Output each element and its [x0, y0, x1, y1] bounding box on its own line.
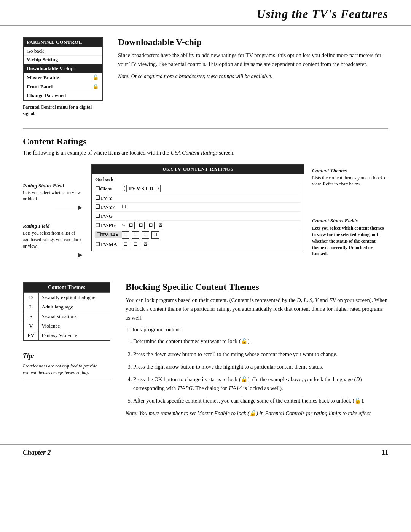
usa-row-tvy7[interactable]: ☐TV-Y7 ☐: [95, 203, 301, 212]
content-ratings-heading: Content Ratings: [23, 136, 388, 147]
content-themes-right-title: Content Themes: [312, 168, 388, 174]
front-panel-label: Front Panel: [27, 84, 53, 90]
page-number: 11: [382, 449, 388, 457]
clear-content: ⟨ FV V S L D ⟩: [122, 185, 161, 192]
tip-section: Tip: Broadcasters are not required to pr…: [23, 352, 110, 380]
desc-v: Violence: [38, 321, 110, 331]
tvy7-label: ☐TV-Y7: [95, 204, 122, 210]
tvy7-icon: ☐: [122, 204, 126, 210]
content-ratings-section: Content Ratings The following is an exam…: [23, 136, 388, 270]
tvpg-d4: ☒: [157, 222, 164, 229]
tvma-label: ☐TV-MA: [95, 241, 122, 248]
tvpg-label: ☐TV-PG: [95, 222, 122, 228]
rating-field-label-group: Rating Field Lets you select from a list…: [23, 223, 84, 259]
tvpg-d3: ☐: [147, 222, 155, 229]
tv14-d3: ☐: [142, 231, 149, 239]
tvpg-content: ↪ ☐ ☐ ☐ ☒: [122, 222, 164, 229]
ct-title-row: Content Themes: [23, 282, 110, 293]
page-footer: Chapter 2 11: [0, 444, 411, 460]
menu-title: PARENTAL CONTROL: [24, 38, 102, 47]
rating-status-label-group: Rating Status Field Lets you select whet…: [23, 183, 84, 212]
menu-item-frontpanel[interactable]: Front Panel 🔒: [24, 82, 102, 91]
left-labels: Rating Status Field Lets you select whet…: [23, 164, 84, 270]
desc-s: Sexual situations: [38, 312, 110, 321]
menu-item-goback[interactable]: Go back: [24, 47, 102, 56]
blocking-para-to-lock: To lock program content:: [126, 325, 388, 334]
menu-item-downloadable[interactable]: Downloadable V-chip: [24, 64, 102, 73]
goback-label: Go back: [95, 176, 122, 182]
tip-title: Tip:: [23, 352, 110, 360]
usa-row-tvg[interactable]: ☐TV-G: [95, 212, 301, 221]
section-divider-1: [23, 128, 388, 129]
desc-l: Adult language: [38, 302, 110, 312]
usa-box-body: Go back ☐Clear ⟨ FV V S L D ⟩: [92, 174, 304, 251]
rating-status-title: Rating Status Field: [23, 183, 84, 189]
step-3: Press the right arrow button to move the…: [133, 363, 388, 371]
tvpg-d1: ☐: [127, 222, 135, 229]
step-1: Determine the content themes you want to…: [133, 337, 388, 346]
menu-item-master[interactable]: Master Enable 🔓: [24, 73, 102, 82]
usa-box-inner: USA TV CONTENT RATINGS Go back ☐Clear ⟨ …: [91, 164, 304, 251]
content-themes-table: Content Themes D Sexually explicit dialo…: [23, 282, 110, 341]
usa-ratings-box: USA TV CONTENT RATINGS Go back ☐Clear ⟨ …: [91, 164, 304, 251]
desc-d: Sexually explicit dialogue: [38, 292, 110, 302]
table-row: L Adult language: [23, 302, 110, 312]
table-row: V Violence: [23, 321, 110, 331]
menu-box-inner: PARENTAL CONTROL Go back V-chip Setting …: [23, 37, 103, 101]
usa-row-tvpg[interactable]: ☐TV-PG ↪ ☐ ☐ ☐ ☒: [95, 221, 301, 230]
master-enable-icon: 🔓: [92, 74, 99, 81]
clear-label: ☐Clear: [95, 185, 122, 192]
chapter-label: Chapter 2: [23, 449, 51, 457]
content-themes-label-group: Content Themes Lists the content themes …: [312, 168, 388, 188]
tip-text: Broadcasters are not required to provide…: [23, 363, 110, 376]
tvpg-d2: ☐: [137, 222, 145, 229]
front-panel-icon: 🔒: [92, 83, 99, 90]
vchip-section: Downloadable V-chip Since broadcasters h…: [118, 37, 388, 117]
blocking-steps: Determine the content themes you want to…: [126, 337, 388, 405]
tvma-d1: ☐: [122, 241, 129, 248]
tv14-d2: ☐: [132, 231, 139, 239]
content-status-desc: Lets you select which content themes to …: [312, 225, 388, 257]
fv-label: FV V S L D: [129, 185, 153, 192]
step-2: Press the down arrow button to scroll to…: [133, 350, 388, 359]
content-ratings-intro: The following is an example of where ite…: [23, 150, 388, 156]
right-labels: Content Themes Lists the content themes …: [312, 164, 388, 265]
tvg-label: ☐TV-G: [95, 213, 122, 219]
angle-left: ⟨: [122, 185, 127, 192]
usa-row-tvma[interactable]: ☐TV-MA ☐ ☐ ☒: [95, 240, 301, 249]
master-enable-label: Master Enable: [27, 75, 59, 81]
tvy7-content: ☐: [122, 204, 126, 210]
usa-row-clear[interactable]: ☐Clear ⟨ FV V S L D ⟩: [95, 184, 301, 193]
vchip-heading: Downloadable V-chip: [118, 37, 388, 47]
code-d: D: [23, 292, 38, 302]
rating-field-desc: Lets you select from a list of age-based…: [23, 230, 84, 249]
tv14-d4: ☐: [151, 231, 159, 239]
menu-item-password[interactable]: Change Password: [24, 91, 102, 100]
menu-caption: Parental Control menu for a digital sign…: [23, 104, 103, 117]
page-title: Using the TV's Features: [23, 7, 388, 21]
desc-fv: Fantasy Violence: [38, 331, 110, 340]
tvy-label: ☐TV-Y: [95, 195, 122, 201]
usa-row-tv14[interactable]: ☐TV-14► ☐ ☐ ☐ ☐: [95, 230, 301, 240]
tip-divider: [23, 380, 110, 380]
content-status-label-group: Content Status Fields Lets you select wh…: [312, 218, 388, 257]
menu-item-vchip[interactable]: V-chip Setting: [24, 56, 102, 64]
step-4: Press the OK button to change its status…: [133, 375, 388, 393]
ratings-diagram: Rating Status Field Lets you select whet…: [23, 164, 388, 270]
parental-menu-box: PARENTAL CONTROL Go back V-chip Setting …: [23, 37, 103, 117]
tvpg-cursor: ↪: [122, 223, 125, 227]
content-themes-right-desc: Lists the content themes you can block o…: [312, 175, 388, 188]
code-s: S: [23, 312, 38, 321]
top-section: PARENTAL CONTROL Go back V-chip Setting …: [23, 37, 388, 117]
blocking-section: Blocking Specific Content Themes You can…: [126, 282, 388, 421]
vchip-note: Note: Once acquired from a broadcaster, …: [118, 72, 388, 81]
usa-row-tvy[interactable]: ☐TV-Y: [95, 193, 301, 203]
page-header: Using the TV's Features: [0, 0, 411, 26]
content-status-title: Content Status Fields: [312, 218, 388, 224]
blocking-note: Note: You must remember to set Master En…: [126, 409, 388, 418]
vchip-paragraph: Since broadcasters have the ability to a…: [118, 51, 388, 69]
blocking-heading: Blocking Specific Content Themes: [126, 282, 388, 292]
usa-row-goback[interactable]: Go back: [95, 175, 301, 184]
code-v: V: [23, 321, 38, 331]
tv14-d1: ☐: [122, 231, 129, 239]
